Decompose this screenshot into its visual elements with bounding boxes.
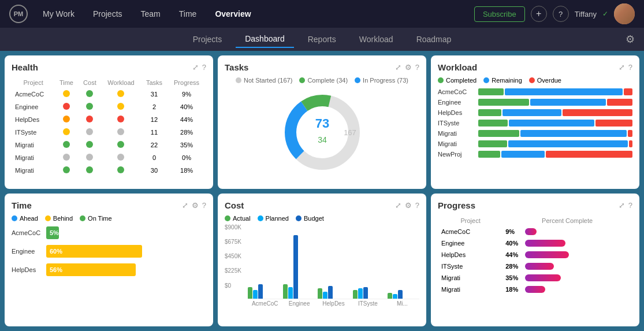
table-row: Migrati 30 18%: [13, 165, 205, 176]
subscribe-button[interactable]: Subscribe: [474, 6, 525, 22]
health-help-icon[interactable]: ?: [202, 63, 206, 72]
health-time: [55, 165, 77, 176]
cost-gear-icon[interactable]: ⚙: [405, 201, 412, 210]
time-gear-icon[interactable]: ⚙: [192, 201, 199, 210]
progress-project: Migrati: [439, 273, 502, 283]
donut-chart: 73 34 167: [276, 86, 368, 178]
cost-x-labels: AcmeCoCEngineeHelpDesITSysteMi...: [248, 300, 419, 307]
cost-help-icon[interactable]: ?: [415, 201, 419, 210]
progress-pct-cell: 35%: [503, 273, 631, 283]
table-row: Enginee 2 40%: [13, 101, 205, 113]
progress-pct-label: 9%: [505, 228, 522, 235]
tasks-legend: Not Started (167) Complete (34) In Progr…: [225, 77, 419, 84]
health-project: Migrati: [13, 152, 54, 163]
subnav-reports[interactable]: Reports: [299, 31, 345, 47]
y-label-900: $900K: [225, 224, 247, 230]
list-item: HelpDes: [438, 109, 632, 116]
help-button[interactable]: ?: [553, 6, 569, 22]
nav-overview[interactable]: Overview: [207, 6, 259, 22]
workload-legend: Completed Remaining Overdue: [438, 77, 632, 84]
subnav-workload[interactable]: Workload: [350, 31, 403, 47]
list-item: ITSyste: [438, 120, 632, 127]
subnav-projects[interactable]: Projects: [184, 31, 232, 47]
legend-overdue-dot: [529, 77, 535, 83]
subnav-roadmap[interactable]: Roadmap: [407, 31, 461, 47]
health-progress: 9%: [168, 88, 205, 100]
tasks-expand-icon[interactable]: ⤢: [395, 63, 401, 72]
subnav-dashboard[interactable]: Dashboard: [236, 31, 294, 48]
tasks-help-icon[interactable]: ?: [415, 63, 419, 72]
time-help-icon[interactable]: ?: [202, 201, 206, 210]
health-header: Health ⤢ ?: [12, 62, 206, 72]
progress-col-project: Project: [439, 216, 502, 225]
tasks-gear-icon[interactable]: ⚙: [405, 63, 412, 72]
health-cost: [79, 165, 101, 176]
table-row: HelpDes 12 44%: [13, 114, 205, 125]
nav-projects[interactable]: Projects: [85, 6, 131, 22]
cost-expand-icon[interactable]: ⤢: [395, 201, 401, 210]
progress-pct-cell: 40%: [503, 238, 631, 248]
workload-bar: [478, 99, 632, 106]
health-cost: [79, 139, 101, 151]
table-row: AcmeCoC 31 9%: [13, 88, 205, 100]
legend-ontime: On Time: [80, 215, 112, 222]
svg-text:73: 73: [315, 116, 329, 131]
cost-title: Cost: [225, 200, 244, 210]
time-rows: AcmeCoC 5% Enginee 60% HelpDes 56%: [12, 226, 206, 276]
progress-pct-label: 40%: [505, 240, 522, 247]
health-progress: 44%: [168, 114, 205, 125]
progress-help-icon[interactable]: ?: [628, 201, 632, 210]
time-expand-icon[interactable]: ⤢: [182, 201, 188, 210]
legend-completed: Completed: [438, 77, 477, 84]
cost-group: [318, 286, 349, 299]
nav-mywork[interactable]: My Work: [35, 6, 83, 22]
progress-bar: [525, 263, 554, 270]
workload-bar: [478, 88, 632, 95]
progress-pct-cell: 9%: [503, 226, 631, 237]
bar-planned: [358, 288, 363, 299]
nav-time[interactable]: Time: [171, 6, 205, 22]
progress-pct-cell: 28%: [503, 261, 631, 272]
bar-remaining: [505, 88, 623, 95]
table-row: Migrati 18%: [439, 284, 631, 295]
y-label-450: $450K: [225, 253, 247, 259]
health-workload: [102, 88, 140, 100]
legend-remaining: Remaining: [483, 77, 522, 84]
bar-budget: [328, 286, 333, 299]
workload-bar: [478, 120, 632, 127]
health-progress: 40%: [168, 101, 205, 113]
bar-completed: [478, 140, 507, 147]
add-button[interactable]: +: [531, 6, 547, 22]
health-workload: [102, 114, 140, 125]
legend-complete: Complete (34): [299, 77, 348, 84]
svg-text:34: 34: [318, 135, 327, 144]
progress-pct-cell: 44%: [503, 250, 631, 260]
col-cost: Cost: [79, 78, 101, 87]
list-item: AcmeCoC 5%: [12, 226, 206, 239]
sub-nav: Projects Dashboard Reports Workload Road…: [0, 28, 644, 51]
col-workload: Workload: [102, 78, 140, 87]
workload-controls: ⤢ ?: [619, 63, 632, 72]
legend-dot-green: [299, 77, 305, 83]
avatar[interactable]: [614, 3, 635, 24]
list-item: Enginee 60%: [12, 245, 206, 258]
bar-remaining: [530, 99, 606, 106]
progress-expand-icon[interactable]: ⤢: [619, 201, 625, 210]
col-progress: Progress: [168, 78, 205, 87]
workload-expand-icon[interactable]: ⤢: [619, 63, 625, 72]
workload-help-icon[interactable]: ?: [628, 63, 632, 72]
bar-overdue: [595, 120, 632, 127]
workload-bar: [478, 130, 632, 137]
health-expand-icon[interactable]: ⤢: [192, 63, 199, 72]
progress-bar: [525, 228, 537, 235]
workload-project-label: Enginee: [438, 99, 478, 106]
legend-completed-label: Completed: [446, 77, 477, 84]
tasks-controls: ⤢ ⚙ ?: [395, 63, 419, 72]
check-icon: ✓: [602, 10, 608, 18]
health-workload: [102, 101, 140, 113]
settings-icon[interactable]: ⚙: [626, 33, 635, 46]
workload-project-label: ITSyste: [438, 120, 478, 127]
nav-team[interactable]: Team: [133, 6, 169, 22]
y-label-225: $225K: [225, 267, 247, 274]
cost-group: [353, 287, 385, 299]
